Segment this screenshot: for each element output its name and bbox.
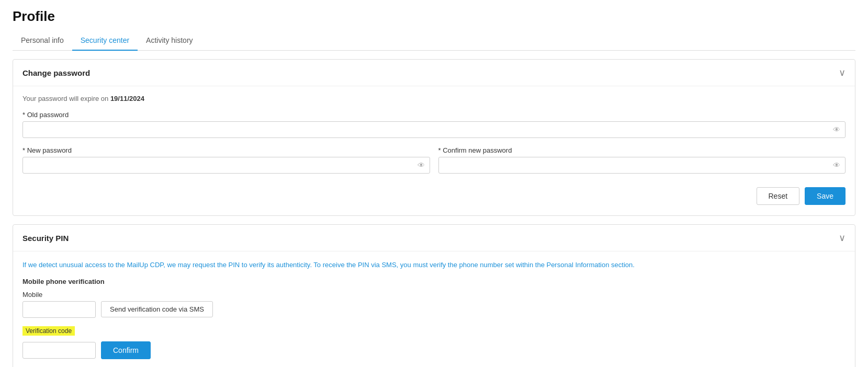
mobile-input[interactable] bbox=[22, 301, 96, 318]
verification-code-input[interactable] bbox=[22, 342, 96, 359]
page-title: Profile bbox=[13, 8, 855, 25]
new-password-input[interactable] bbox=[22, 157, 430, 174]
tab-activity-history[interactable]: Activity history bbox=[138, 31, 201, 51]
toggle-old-password-icon[interactable]: 👁 bbox=[833, 125, 840, 134]
confirm-password-label: * Confirm new password bbox=[438, 146, 846, 154]
mobile-verification-title: Mobile phone verification bbox=[22, 278, 846, 285]
toggle-new-password-icon[interactable]: 👁 bbox=[418, 161, 425, 169]
save-button[interactable]: Save bbox=[805, 187, 846, 205]
tab-security-center[interactable]: Security center bbox=[72, 31, 138, 51]
security-pin-title: Security PIN bbox=[22, 234, 69, 243]
mobile-label: Mobile bbox=[22, 291, 846, 299]
old-password-input[interactable] bbox=[22, 121, 846, 138]
old-password-label: * Old password bbox=[22, 111, 846, 119]
toggle-confirm-password-icon[interactable]: 👁 bbox=[833, 161, 840, 169]
security-pin-body: If we detect unusual access to the MailU… bbox=[13, 251, 855, 367]
confirm-password-wrapper: 👁 bbox=[438, 157, 846, 174]
password-expiry-text: Your password will expire on 19/11/2024 bbox=[22, 95, 846, 102]
change-password-title: Change password bbox=[22, 68, 90, 77]
verification-code-group: Verification code Confirm bbox=[22, 326, 846, 359]
confirm-password-group: * Confirm new password 👁 bbox=[438, 146, 846, 174]
new-password-row: * New password 👁 * Confirm new password … bbox=[22, 146, 846, 182]
password-form-actions: Reset Save bbox=[22, 187, 846, 205]
new-password-wrapper: 👁 bbox=[22, 157, 430, 174]
change-password-header[interactable]: Change password ∨ bbox=[13, 60, 855, 86]
security-pin-header[interactable]: Security PIN ∨ bbox=[13, 225, 855, 251]
mobile-label-group: Mobile Send verification code via SMS bbox=[22, 291, 846, 318]
security-pin-section: Security PIN ∨ If we detect unusual acce… bbox=[13, 224, 855, 367]
tab-personal-info[interactable]: Personal info bbox=[13, 31, 72, 51]
new-password-group: * New password 👁 bbox=[22, 146, 430, 174]
verification-code-label: Verification code bbox=[22, 326, 75, 336]
send-sms-button[interactable]: Send verification code via SMS bbox=[101, 301, 213, 317]
confirm-button[interactable]: Confirm bbox=[101, 341, 151, 359]
tabs-container: Personal info Security center Activity h… bbox=[13, 31, 855, 51]
mobile-row: Send verification code via SMS bbox=[22, 301, 846, 318]
change-password-body: Your password will expire on 19/11/2024 … bbox=[13, 86, 855, 215]
chevron-down-icon: ∨ bbox=[839, 67, 846, 78]
confirm-password-input[interactable] bbox=[438, 157, 846, 174]
confirm-row: Confirm bbox=[22, 341, 846, 359]
old-password-wrapper: 👁 bbox=[22, 121, 846, 138]
reset-button[interactable]: Reset bbox=[757, 187, 800, 205]
chevron-down-icon-2: ∨ bbox=[839, 232, 846, 244]
security-pin-info: If we detect unusual access to the MailU… bbox=[22, 260, 846, 270]
old-password-group: * Old password 👁 bbox=[22, 111, 846, 138]
change-password-section: Change password ∨ Your password will exp… bbox=[13, 59, 855, 216]
new-password-label: * New password bbox=[22, 146, 430, 154]
